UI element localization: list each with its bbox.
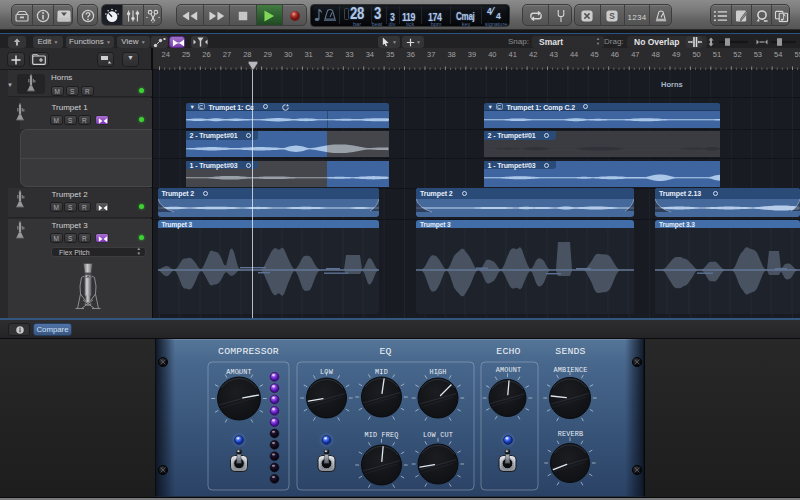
svg-text:S: S (609, 11, 615, 21)
svg-text:AMOUNT: AMOUNT (496, 366, 522, 374)
svg-text:LOW CUT: LOW CUT (423, 431, 453, 439)
svg-text:ECHO: ECHO (496, 346, 520, 357)
svg-text:1234: 1234 (627, 13, 646, 22)
svg-text:REVERB: REVERB (558, 430, 584, 438)
svg-text:EQ: EQ (379, 346, 391, 357)
svg-text:COMPRESSOR: COMPRESSOR (218, 346, 279, 357)
svg-text:MID FREQ: MID FREQ (364, 431, 398, 439)
svg-text:SENDS: SENDS (555, 346, 585, 357)
svg-text:AMBIENCE: AMBIENCE (553, 366, 587, 374)
